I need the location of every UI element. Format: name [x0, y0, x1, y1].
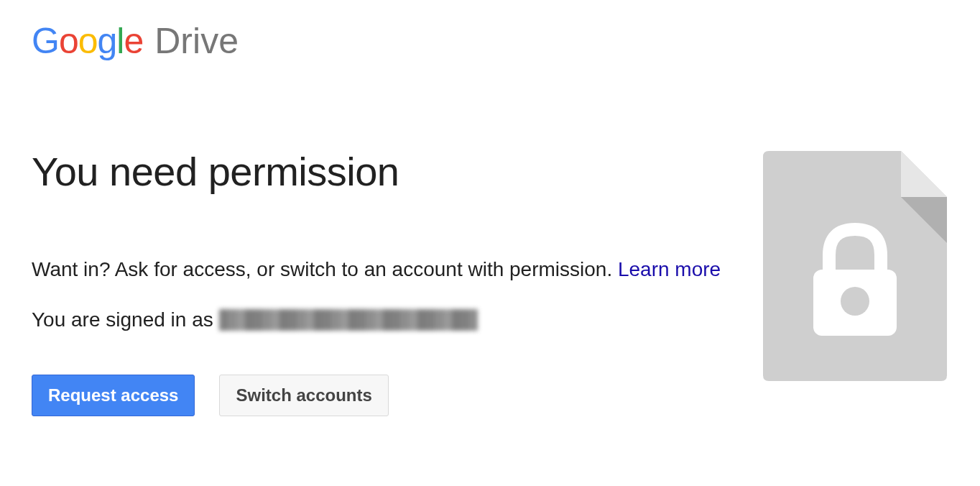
- description-body: Want in? Ask for access, or switch to an…: [32, 258, 618, 280]
- svg-point-1: [841, 287, 869, 316]
- description-text: Want in? Ask for access, or switch to an…: [32, 252, 721, 287]
- signed-in-prefix: You are signed in as: [32, 308, 213, 331]
- signed-in-row: You are signed in as: [32, 308, 721, 331]
- header: Google Drive: [32, 20, 948, 62]
- button-row: Request access Switch accounts: [32, 375, 721, 416]
- product-name: Drive: [154, 20, 239, 62]
- google-logo: Google: [32, 20, 143, 62]
- request-access-button[interactable]: Request access: [32, 375, 195, 416]
- page-title: You need permission: [32, 148, 721, 195]
- switch-accounts-button[interactable]: Switch accounts: [219, 375, 388, 416]
- signed-in-email-redacted: [219, 309, 478, 331]
- learn-more-link[interactable]: Learn more: [618, 258, 721, 280]
- locked-file-icon: [763, 151, 947, 381]
- content-column: You need permission Want in? Ask for acc…: [32, 148, 721, 416]
